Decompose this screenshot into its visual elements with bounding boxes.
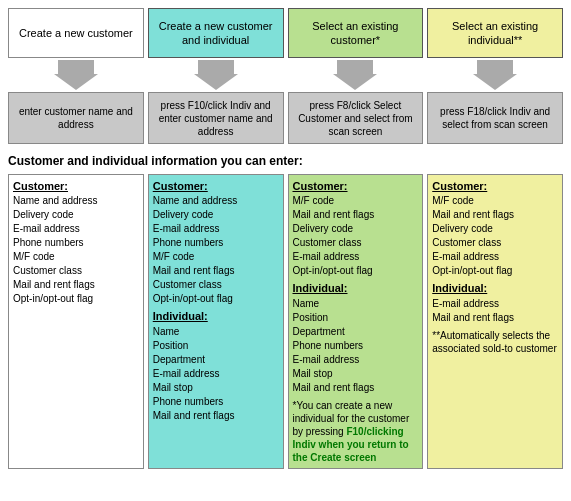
list-item: Phone numbers (153, 395, 279, 409)
flow-title-4: Select an existing individual** (427, 8, 563, 58)
list-item: Phone numbers (13, 236, 139, 250)
list-item: Name and address (13, 194, 139, 208)
list-item: M/F code (153, 250, 279, 264)
list-item: Name and address (153, 194, 279, 208)
list-item: Mail and rent flags (153, 409, 279, 423)
arrow-2 (194, 60, 238, 90)
card3-customer-title: Customer: (293, 179, 419, 194)
flow-step-3: press F8/click Select Customer and selec… (288, 92, 424, 144)
list-item: M/F code (432, 194, 558, 208)
list-item: Opt-in/opt-out flag (13, 292, 139, 306)
list-item: Phone numbers (293, 339, 419, 353)
info-card-3: Customer: M/F code Mail and rent flags D… (288, 174, 424, 469)
card1-customer-items: Name and address Delivery code E-mail ad… (13, 194, 139, 306)
list-item: Name (293, 297, 419, 311)
list-item: Opt-in/opt-out flag (293, 264, 419, 278)
card4-customer-items: M/F code Mail and rent flags Delivery co… (432, 194, 558, 278)
card3-individual-items: Name Position Department Phone numbers E… (293, 297, 419, 395)
card2-individual-items: Name Position Department E-mail address … (153, 325, 279, 423)
info-card-1: Customer: Name and address Delivery code… (8, 174, 144, 469)
list-item: E-mail address (293, 353, 419, 367)
flow-column-4: Select an existing individual** press F1… (427, 8, 563, 144)
card3-customer-items: M/F code Mail and rent flags Delivery co… (293, 194, 419, 278)
flow-step-1: enter customer name and address (8, 92, 144, 144)
list-item: Opt-in/opt-out flag (432, 264, 558, 278)
card3-individual-title: Individual: (293, 281, 419, 296)
card3-note: *You can create a new individual for the… (293, 399, 419, 464)
list-item: Mail and rent flags (432, 311, 558, 325)
flow-step-4: press F18/click Indiv and select from sc… (427, 92, 563, 144)
list-item: Department (153, 353, 279, 367)
list-item: Mail and rent flags (293, 208, 419, 222)
list-item: Customer class (293, 236, 419, 250)
section-header: Customer and individual information you … (8, 154, 563, 168)
flow-title-3: Select an existing customer* (288, 8, 424, 58)
list-item: E-mail address (293, 250, 419, 264)
card4-customer-title: Customer: (432, 179, 558, 194)
list-item: Mail and rent flags (293, 381, 419, 395)
list-item: Name (153, 325, 279, 339)
info-card-2: Customer: Name and address Delivery code… (148, 174, 284, 469)
list-item: Delivery code (293, 222, 419, 236)
card1-customer-title: Customer: (13, 179, 139, 194)
list-item: Mail and rent flags (13, 278, 139, 292)
flow-step-2: press F10/click Indiv and enter customer… (148, 92, 284, 144)
card4-individual-items: E-mail address Mail and rent flags (432, 297, 558, 325)
flow-column-3: Select an existing customer* press F8/cl… (288, 8, 424, 144)
list-item: Mail stop (293, 367, 419, 381)
list-item: Position (153, 339, 279, 353)
list-item: Mail and rent flags (432, 208, 558, 222)
flow-title-1: Create a new customer (8, 8, 144, 58)
info-card-4: Customer: M/F code Mail and rent flags D… (427, 174, 563, 469)
card4-note: **Automatically selects the associated s… (432, 329, 558, 355)
list-item: Mail stop (153, 381, 279, 395)
list-item: Mail and rent flags (153, 264, 279, 278)
card2-customer-title: Customer: (153, 179, 279, 194)
flow-title-2: Create a new customer and individual (148, 8, 284, 58)
flow-column-1: Create a new customer enter customer nam… (8, 8, 144, 144)
card4-individual-title: Individual: (432, 281, 558, 296)
list-item: M/F code (13, 250, 139, 264)
list-item: E-mail address (432, 297, 558, 311)
card2-individual-title: Individual: (153, 309, 279, 324)
list-item: Customer class (432, 236, 558, 250)
list-item: Phone numbers (153, 236, 279, 250)
list-item: Delivery code (153, 208, 279, 222)
list-item: Opt-in/opt-out flag (153, 292, 279, 306)
flow-column-2: Create a new customer and individual pre… (148, 8, 284, 144)
arrow-4 (473, 60, 517, 90)
list-item: E-mail address (13, 222, 139, 236)
list-item: Delivery code (432, 222, 558, 236)
list-item: M/F code (293, 194, 419, 208)
list-item: E-mail address (432, 250, 558, 264)
arrow-1 (54, 60, 98, 90)
list-item: Position (293, 311, 419, 325)
card2-customer-items: Name and address Delivery code E-mail ad… (153, 194, 279, 306)
arrow-3 (333, 60, 377, 90)
list-item: E-mail address (153, 367, 279, 381)
info-section: Customer: Name and address Delivery code… (8, 174, 563, 469)
list-item: Delivery code (13, 208, 139, 222)
list-item: Customer class (13, 264, 139, 278)
flow-section: Create a new customer enter customer nam… (8, 8, 563, 144)
list-item: Department (293, 325, 419, 339)
list-item: E-mail address (153, 222, 279, 236)
list-item: Customer class (153, 278, 279, 292)
